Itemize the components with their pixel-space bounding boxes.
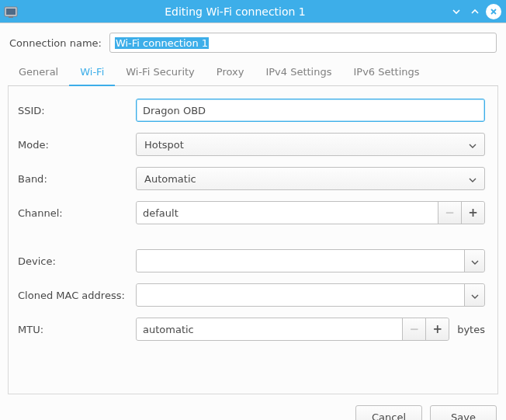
wifi-form: SSID: Mode: Hotspot Band: Automatic [8, 86, 498, 394]
svg-rect-2 [9, 16, 13, 18]
tab-wifi[interactable]: Wi-Fi [69, 60, 115, 86]
row-device: Device: [13, 249, 485, 272]
band-select[interactable]: Automatic [136, 167, 485, 190]
row-ssid: SSID: [13, 99, 485, 122]
mode-select[interactable]: Hotspot [136, 133, 485, 156]
tab-bar: General Wi-Fi Wi-Fi Security Proxy IPv4 … [8, 59, 498, 86]
svg-rect-1 [6, 9, 16, 15]
device-dropdown-button[interactable] [464, 250, 484, 272]
cloned-mac-combo[interactable] [136, 283, 485, 307]
ssid-label: SSID: [13, 105, 136, 116]
close-button[interactable] [486, 4, 501, 19]
connection-name-row: Connection name: Wi-Fi connection 1 [0, 23, 506, 59]
mode-value: Hotspot [144, 139, 184, 151]
channel-label: Channel: [13, 207, 136, 219]
mtu-label: MTU: [13, 324, 136, 335]
mode-label: Mode: [13, 139, 136, 151]
save-button[interactable]: Save [430, 405, 497, 420]
window-controls [449, 4, 506, 19]
mtu-unit: bytes [454, 324, 485, 335]
tab-ipv6[interactable]: IPv6 Settings [343, 60, 431, 86]
row-mtu: MTU: − + bytes [13, 318, 485, 341]
band-label: Band: [13, 173, 136, 185]
mtu-decrement-button[interactable]: − [402, 318, 425, 340]
title-bar: Editing Wi-Fi connection 1 [0, 0, 506, 23]
tab-wifi-security[interactable]: Wi-Fi Security [115, 60, 206, 86]
row-channel: Channel: − + [13, 201, 485, 224]
device-combo[interactable] [136, 249, 485, 272]
channel-spinner[interactable]: − + [136, 201, 485, 224]
minimize-button[interactable] [449, 4, 464, 19]
chevron-down-icon [469, 139, 477, 151]
connection-name-value: Wi-Fi connection 1 [115, 37, 209, 49]
channel-increment-button[interactable]: + [461, 202, 484, 224]
cloned-mac-label: Cloned MAC address: [13, 290, 136, 301]
mtu-input[interactable] [137, 318, 402, 340]
cloned-mac-dropdown-button[interactable] [464, 284, 484, 306]
device-label: Device: [13, 255, 136, 267]
maximize-button[interactable] [467, 4, 483, 19]
tab-proxy[interactable]: Proxy [206, 60, 255, 86]
channel-input[interactable] [137, 202, 438, 224]
band-value: Automatic [144, 173, 196, 185]
chevron-down-icon [469, 173, 477, 185]
row-mode: Mode: Hotspot [13, 133, 485, 156]
cloned-mac-input[interactable] [137, 284, 464, 306]
mtu-spinner[interactable]: − + [136, 318, 449, 341]
connection-name-label: Connection name: [9, 37, 102, 49]
row-cloned-mac: Cloned MAC address: [13, 283, 485, 307]
mtu-increment-button[interactable]: + [425, 318, 449, 340]
device-input[interactable] [137, 250, 464, 272]
connection-name-input[interactable]: Wi-Fi connection 1 [109, 33, 497, 53]
chevron-down-icon [471, 255, 479, 267]
dialog-footer: Cancel Save [0, 394, 506, 420]
app-icon [0, 5, 22, 19]
tab-ipv4[interactable]: IPv4 Settings [255, 60, 342, 86]
channel-decrement-button[interactable]: − [438, 202, 461, 224]
window-title: Editing Wi-Fi connection 1 [22, 5, 449, 18]
tab-general[interactable]: General [8, 60, 69, 86]
ssid-input[interactable] [136, 99, 485, 122]
row-band: Band: Automatic [13, 167, 485, 190]
chevron-down-icon [471, 290, 479, 301]
cancel-button[interactable]: Cancel [355, 405, 422, 420]
svg-rect-0 [5, 7, 17, 16]
